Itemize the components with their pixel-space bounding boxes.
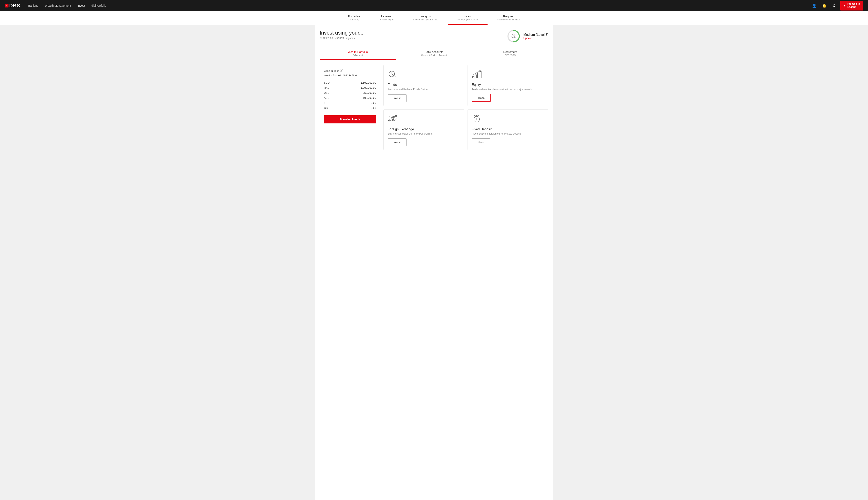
currency-amount: 250,000.00	[363, 91, 376, 94]
fixed-deposit-place-button[interactable]: Place	[472, 138, 490, 146]
page-subtitle: 08 Oct 2020 12:49 PM Singapore	[320, 37, 364, 39]
risk-update-link[interactable]: Update	[523, 36, 548, 39]
gear-icon[interactable]: ⚙	[831, 3, 836, 9]
fixed-deposit-desc: Place SGD and foreign currency fixed dep…	[472, 132, 544, 135]
svg-text:€: €	[393, 117, 395, 120]
fixed-deposit-icon: $	[472, 114, 544, 125]
svg-line-5	[394, 75, 396, 78]
info-icon[interactable]: i	[340, 69, 343, 72]
fx-card: $ € Foreign Exchange Buy and Sell Major …	[384, 109, 464, 150]
page-header: Invest using your... 08 Oct 2020 12:49 P…	[320, 30, 548, 43]
svg-rect-8	[478, 73, 479, 78]
currency-code: EUR	[324, 101, 329, 104]
currency-amount: 1,500,000.00	[361, 81, 376, 84]
cash-title: Cash in Your i	[324, 69, 376, 72]
risk-profile-section: Risk Profile Medium (Level 3) Update	[507, 30, 548, 43]
funds-title: Funds	[388, 83, 460, 87]
currency-row: GBP 0.00	[324, 105, 376, 111]
tab-wealth-portfolio[interactable]: Wealth Portfolio S-Account	[320, 47, 396, 60]
currency-row: SGD 1,500,000.00	[324, 80, 376, 85]
funds-icon	[388, 69, 460, 81]
equity-trade-button[interactable]: Trade	[472, 94, 491, 102]
equity-icon	[472, 69, 544, 81]
currency-code: USD	[324, 91, 329, 94]
funds-desc: Purchase and Redeem Funds Online.	[388, 88, 460, 91]
tab-retirement[interactable]: Retirement CPF / SRS	[472, 47, 548, 60]
fx-icon: $ €	[388, 114, 460, 125]
fx-desc: Buy and Sell Major Currency Pairs Online…	[388, 132, 460, 135]
tab-request[interactable]: Request Statements or Services	[488, 11, 530, 25]
person-icon[interactable]: 👤	[811, 3, 817, 9]
svg-rect-9	[480, 71, 481, 78]
funds-invest-button[interactable]: Invest	[388, 94, 407, 102]
dbs-logo: ✕ DBS	[5, 3, 20, 9]
equity-title: Equity	[472, 83, 544, 87]
currency-row: USD 250,000.00	[324, 90, 376, 95]
risk-level-text: Medium (Level 3)	[523, 33, 548, 36]
equity-card: Equity Trade and monitor shares online i…	[468, 65, 548, 106]
page-title: Invest using your...	[320, 30, 364, 36]
fx-title: Foreign Exchange	[388, 127, 460, 131]
currency-code: SGD	[324, 81, 330, 84]
svg-text:$: $	[390, 117, 392, 120]
content-grid: Cash in Your i Wealth Portfolio S-123456…	[320, 65, 548, 150]
page-title-section: Invest using your... 08 Oct 2020 12:49 P…	[320, 30, 364, 39]
svg-text:Profile: Profile	[511, 36, 516, 38]
tab-portfolios[interactable]: Portfolios Summary	[338, 11, 370, 25]
nav-links: Banking Wealth Management Invest digiPor…	[28, 4, 811, 7]
nav-banking[interactable]: Banking	[28, 4, 38, 7]
currency-amount: 1,000,000.00	[361, 86, 376, 89]
currency-code: HKD	[324, 86, 329, 89]
currency-row: AUD 100,000.00	[324, 95, 376, 100]
tab-bank-accounts[interactable]: Bank Accounts Current / Savings Account	[396, 47, 472, 60]
transfer-funds-button[interactable]: Transfer Funds	[324, 115, 376, 123]
svg-text:$: $	[476, 117, 477, 121]
currency-code: GBP	[324, 106, 329, 110]
currency-amount: 0.00	[371, 101, 376, 104]
currency-row: EUR 0.00	[324, 100, 376, 105]
nav-wealth-management[interactable]: Wealth Management	[45, 4, 71, 7]
currency-row: HKD 1,000,000.00	[324, 85, 376, 90]
currency-list: SGD 1,500,000.00HKD 1,000,000.00USD 250,…	[324, 80, 376, 111]
nav-digiportfolio[interactable]: digiPortfolio	[92, 4, 106, 7]
tab-research[interactable]: Research Asian Insights	[370, 11, 403, 25]
top-navbar: ✕ DBS Banking Wealth Management Invest d…	[0, 0, 868, 11]
risk-profile-circle: Risk Profile	[507, 30, 520, 43]
bell-icon[interactable]: 🔔	[821, 3, 827, 9]
secondary-nav: Portfolios Summary Research Asian Insigh…	[0, 11, 868, 25]
nav-invest[interactable]: Invest	[77, 4, 85, 7]
portfolio-tabs: Wealth Portfolio S-Account Bank Accounts…	[320, 47, 548, 60]
risk-info: Medium (Level 3) Update	[523, 33, 548, 39]
funds-card: Funds Purchase and Redeem Funds Online. …	[384, 65, 464, 106]
fixed-deposit-card: $ Fixed Deposit Place SGD and foreign cu…	[468, 109, 548, 150]
svg-text:Risk: Risk	[512, 34, 516, 36]
proceed-logout-button[interactable]: ➤ Proceed to Logout	[840, 1, 863, 10]
brand: ✕ DBS	[5, 3, 20, 9]
cash-card: Cash in Your i Wealth Portfolio S-123456…	[320, 65, 380, 150]
main-content: Invest using your... 08 Oct 2020 12:49 P…	[315, 25, 553, 500]
portfolio-name: Wealth Portfolio S-123456-0	[324, 74, 376, 77]
equity-desc: Trade and monitor shares online in seven…	[472, 88, 544, 91]
svg-rect-6	[472, 76, 474, 78]
logo-text: DBS	[9, 3, 20, 9]
fx-invest-button[interactable]: Invest	[388, 138, 407, 146]
tab-invest[interactable]: Invest Manage your Wealth	[448, 11, 488, 25]
navbar-actions: 👤 🔔 ⚙ ➤ Proceed to Logout	[811, 1, 863, 10]
logout-icon: ➤	[844, 4, 846, 7]
currency-code: AUD	[324, 96, 329, 99]
currency-amount: 100,000.00	[363, 96, 376, 99]
logo-icon: ✕	[5, 4, 9, 8]
tab-insights[interactable]: Insights Investment Opportunities	[404, 11, 448, 25]
svg-rect-7	[475, 75, 477, 78]
currency-amount: 0.00	[371, 106, 376, 110]
fixed-deposit-title: Fixed Deposit	[472, 127, 544, 131]
